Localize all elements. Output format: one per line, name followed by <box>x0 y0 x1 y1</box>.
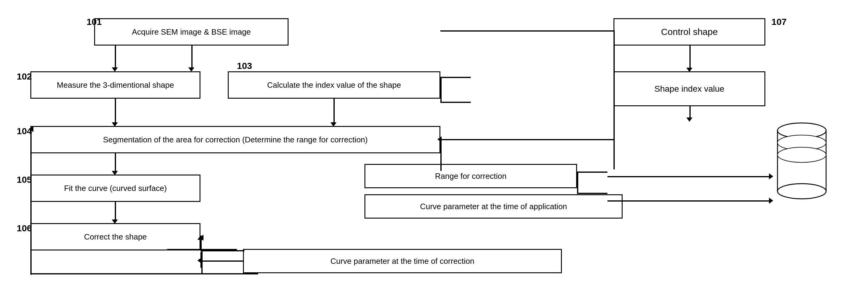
line-to-correct <box>200 260 243 262</box>
label-103: 103 <box>237 61 252 71</box>
arrowhead-calc-to-seg <box>331 122 337 127</box>
box-curve-correction: Curve parameter at the time of correctio… <box>243 249 562 273</box>
arrow-sem-to-measure <box>115 45 116 70</box>
label-101: 101 <box>87 17 102 27</box>
svg-point-2 <box>777 184 826 199</box>
line-bottom-horiz <box>30 273 258 275</box>
line-range-bottom <box>577 193 608 194</box>
line-calc-right <box>440 77 442 103</box>
line-curve-corr-horiz <box>200 250 245 251</box>
line-range-to-db-bottom <box>608 200 771 201</box>
arrow-measure-to-seg <box>115 99 116 125</box>
arrowhead-fit-to-correct <box>112 220 118 224</box>
diagram-container: Acquire SEM image & BSE image 101 Measur… <box>0 0 868 289</box>
box-curve-application: Curve parameter at the time of applicati… <box>365 194 623 219</box>
arrowhead-index-to-db <box>686 118 692 122</box>
arrowhead-curve-to-db <box>769 198 773 204</box>
arrowhead-left-to-correct <box>197 257 202 263</box>
svg-point-4 <box>777 147 826 162</box>
label-105: 105 <box>17 174 32 185</box>
line-loop-left <box>30 126 32 252</box>
label-107: 107 <box>771 17 786 27</box>
line-correct-to-curve <box>167 249 237 250</box>
box-segmentation: Segmentation of the area for correction … <box>30 126 440 153</box>
arrow-sem-to-calc <box>191 45 192 70</box>
box-measure-3d: Measure the 3-dimentional shape <box>30 71 200 99</box>
arrowhead-measure-to-seg <box>112 122 118 127</box>
box-range-correction: Range for correction <box>365 164 577 188</box>
arrowhead-up-to-correct <box>197 235 204 240</box>
line-calc-bottom <box>440 102 471 103</box>
arrow-seg-to-fit <box>115 153 116 173</box>
line-seg-right-vert <box>440 139 442 171</box>
label-102: 102 <box>17 71 32 82</box>
line-range-top <box>577 171 608 173</box>
line-range-to-db-top <box>608 176 771 177</box>
arrowhead-range-to-db <box>769 173 773 180</box>
label-106: 106 <box>17 223 32 233</box>
arrow-control-to-index <box>689 45 691 70</box>
box-fit-curve: Fit the curve (curved surface) <box>30 174 200 202</box>
arrowhead-to-seg-right <box>437 136 442 142</box>
arrowhead-sem-to-measure <box>112 67 118 72</box>
line-range-bracket <box>577 171 578 193</box>
line-control-horiz <box>440 30 614 32</box>
box-acquire-sem: Acquire SEM image & BSE image <box>94 18 288 45</box>
arrow-calc-to-seg <box>334 99 335 125</box>
line-right-bracket-vert <box>614 139 615 169</box>
database-cylinder <box>771 115 832 206</box>
line-correct-left-down <box>30 251 32 275</box>
box-control-shape: Control shape <box>614 18 765 45</box>
box-calculate-index: Calculate the index value of the shape <box>228 71 440 99</box>
arrow-fit-to-correct <box>115 202 116 222</box>
line-control-down <box>614 30 615 140</box>
arrowhead-sem-to-calc <box>188 67 194 72</box>
arrowhead-seg-to-fit <box>112 171 118 175</box>
box-shape-index: Shape index value <box>614 71 765 106</box>
line-seg-top-horiz <box>440 139 614 140</box>
arrowhead-control-to-index <box>686 68 692 72</box>
box-correct-shape: Correct the shape <box>30 223 200 251</box>
line-calc-top <box>440 77 471 78</box>
